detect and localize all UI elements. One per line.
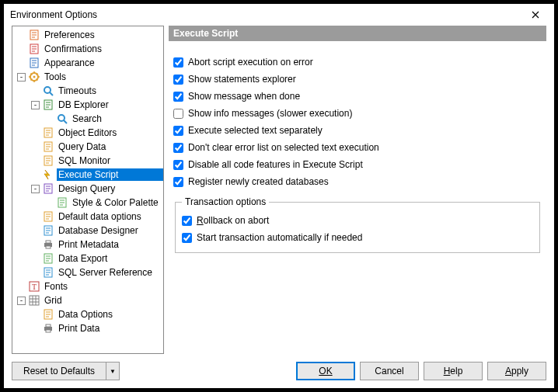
svg-rect-51 [46, 241, 51, 243]
tree-node-label: Tools [43, 71, 163, 83]
close-button[interactable] [518, 5, 553, 25]
reset-defaults-button[interactable]: Reset to Defaults ▼ [12, 362, 120, 380]
tree-node-print-metadata[interactable]: Print Metadata [12, 238, 163, 252]
fonts-icon: T [28, 280, 40, 293]
tree-node-timeouts[interactable]: Timeouts [12, 84, 163, 98]
tree-spacer [31, 227, 40, 235]
tree-node-default-data-options[interactable]: Default data options [12, 210, 163, 224]
tree-node-label: Execute Script [57, 168, 163, 181]
option-auto_tx: Start transaction automatically if neede… [182, 229, 533, 246]
exec-icon [42, 168, 54, 181]
window-title: Environment Options [10, 9, 518, 20]
appearance-icon [28, 57, 40, 69]
tree-node-label: Appearance [43, 57, 163, 69]
tree-node-object-editors[interactable]: Object Editors [12, 126, 163, 140]
tree-node-label: Timeouts [57, 85, 163, 97]
tree-spacer [31, 171, 40, 179]
collapse-icon[interactable]: - [17, 297, 26, 305]
dropdown-arrow-icon[interactable]: ▼ [106, 363, 119, 380]
tree-node-appearance[interactable]: Appearance [12, 56, 163, 70]
environment-options-dialog: Environment Options PreferencesConfirmat… [3, 3, 555, 389]
svg-point-20 [58, 115, 65, 121]
transaction-legend: Transaction options [182, 196, 269, 207]
confirm-icon [28, 43, 40, 55]
tree-node-search[interactable]: Search [12, 112, 163, 126]
tree-node-execute-script[interactable]: Execute Script [12, 168, 163, 182]
tree-node-label: Print Metadata [57, 238, 163, 251]
checkbox-show_stmt[interactable] [173, 75, 183, 85]
checkbox-exec_sel[interactable] [173, 126, 183, 136]
tree-spacer [31, 213, 40, 221]
checkbox-abort[interactable] [173, 57, 183, 68]
apply-button[interactable]: Apply [487, 362, 546, 380]
search-icon [56, 113, 68, 125]
checkbox-show_msg[interactable] [173, 92, 183, 102]
tree-node-label: Fonts [43, 280, 163, 293]
option-register_db: Register newly created databases [173, 173, 542, 190]
defaults-icon [42, 210, 54, 223]
tree-spacer [17, 59, 26, 68]
option-show_msg: Show message when done [173, 88, 542, 105]
tree-node-sql-server-reference[interactable]: SQL Server Reference [12, 265, 163, 279]
help-button[interactable]: Help [424, 362, 483, 380]
tree-node-fonts[interactable]: TFonts [12, 279, 163, 293]
printdata-icon [42, 322, 54, 335]
tree-node-sql-monitor[interactable]: SQL Monitor [12, 154, 163, 168]
tree-node-query-data[interactable]: Query Data [12, 140, 163, 154]
tree-node-grid[interactable]: -Grid [12, 293, 163, 307]
cancel-button[interactable]: Cancel [360, 362, 419, 380]
checkbox-rollback[interactable] [182, 216, 192, 226]
tree-node-tools[interactable]: -Tools [12, 70, 163, 84]
collapse-icon[interactable]: - [17, 73, 26, 82]
tree-node-db-explorer[interactable]: -DB Explorer [12, 98, 163, 112]
collapse-icon[interactable]: - [31, 185, 40, 193]
timeouts-icon [42, 85, 54, 97]
tree-node-label: Grid [43, 294, 163, 307]
tree-node-label: Query Data [57, 140, 163, 153]
option-disable_feat: Disable all code features in Execute Scr… [173, 156, 542, 173]
tree-node-label: Preferences [43, 29, 163, 41]
svg-text:T: T [32, 283, 37, 291]
tree-spacer [31, 324, 40, 333]
checkbox-no_clear[interactable] [173, 143, 183, 153]
options-tree[interactable]: PreferencesConfirmationsAppearance-Tools… [12, 26, 164, 354]
tree-node-label: Data Export [57, 252, 163, 265]
tree-node-design-query[interactable]: -Design Query [12, 182, 163, 196]
design-icon [42, 182, 54, 195]
tree-spacer [31, 87, 40, 95]
option-label: Show message when done [188, 91, 300, 102]
checkbox-auto_tx[interactable] [182, 233, 192, 243]
panel-body: Abort script execution on errorShow stat… [169, 41, 546, 258]
transaction-group: Transaction options Rollback on abortSta… [175, 196, 540, 253]
tree-spacer [17, 45, 26, 54]
svg-line-15 [50, 92, 53, 95]
tree-node-database-designer[interactable]: Database Designer [12, 224, 163, 238]
dataopt-icon [42, 308, 54, 321]
option-rollback: Rollback on abort [182, 212, 533, 229]
tree-node-label: Database Designer [57, 224, 163, 237]
tree-node-preferences[interactable]: Preferences [12, 28, 163, 42]
tree-node-label: Style & Color Palette [71, 196, 163, 209]
tree-node-confirmations[interactable]: Confirmations [12, 42, 163, 56]
tree-node-label: Design Query [57, 182, 163, 195]
tree-spacer [31, 255, 40, 263]
tree-node-label: SQL Monitor [57, 154, 163, 167]
tree-node-style-color-palette[interactable]: Style & Color Palette [12, 196, 163, 210]
tree-node-data-options[interactable]: Data Options [12, 307, 163, 321]
tree-spacer [31, 157, 40, 165]
tree-node-data-export[interactable]: Data Export [12, 252, 163, 265]
objeditors-icon [42, 127, 54, 139]
collapse-icon[interactable]: - [31, 101, 40, 109]
checkbox-register_db[interactable] [173, 177, 183, 187]
dbdesign-icon [42, 224, 54, 237]
panel-title: Execute Script [173, 28, 238, 39]
options-panel: Execute Script Abort script execution on… [169, 26, 546, 354]
ok-button[interactable]: OK [296, 362, 355, 380]
tree-node-print-data[interactable]: Print Data [12, 321, 163, 335]
tree-spacer [45, 115, 54, 123]
checkbox-disable_feat[interactable] [173, 160, 183, 170]
tree-spacer [31, 129, 40, 137]
pref-icon [28, 29, 40, 41]
option-label: Disable all code features in Execute Scr… [188, 159, 363, 170]
checkbox-show_info[interactable] [173, 109, 183, 119]
